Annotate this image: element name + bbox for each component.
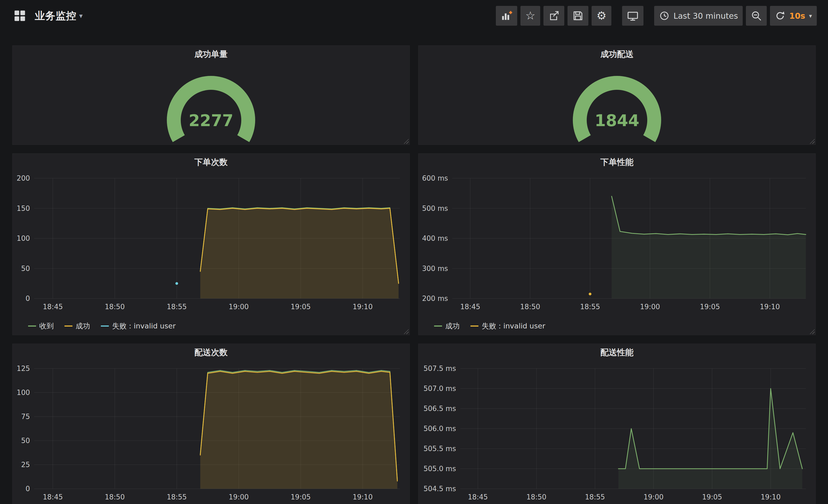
svg-text:507.0 ms: 507.0 ms <box>423 384 456 393</box>
svg-text:505.5 ms: 505.5 ms <box>423 445 456 453</box>
svg-text:18:55: 18:55 <box>585 493 605 501</box>
panel-title[interactable]: 下单性能 <box>419 154 816 171</box>
legend-series-label: 收到 <box>39 321 54 331</box>
legend-series-label: 失败：invalid user <box>112 321 176 331</box>
panel-title[interactable]: 配送性能 <box>419 344 816 361</box>
chevron-down-icon: ▾ <box>809 12 812 19</box>
panel-success-delivery-volume: 成功配送 1844 <box>418 45 816 145</box>
legend-series-label: 失败：invalid user <box>482 321 545 331</box>
legend-series-color <box>434 325 442 327</box>
svg-text:19:00: 19:00 <box>640 303 660 311</box>
grid-icon <box>14 10 26 22</box>
panel-order-count: 下单次数 18:4518:5018:5519:0019:0519:1005010… <box>12 153 410 335</box>
panel-order-performance: 下单性能 18:4518:5018:5519:0019:0519:10200 m… <box>418 153 816 335</box>
grafana-apps-icon[interactable] <box>11 7 28 24</box>
svg-text:19:00: 19:00 <box>229 303 249 311</box>
legend-series-color <box>28 325 36 327</box>
add-panel-button[interactable] <box>496 6 517 26</box>
svg-text:600 ms: 600 ms <box>422 174 448 182</box>
svg-text:0: 0 <box>26 485 30 493</box>
svg-text:2277: 2277 <box>189 111 234 130</box>
svg-text:507.5 ms: 507.5 ms <box>423 365 456 372</box>
legend-series-color <box>470 325 479 327</box>
panel-delivery-count: 配送次数 18:4518:5018:5519:0019:0519:1002550… <box>12 343 410 504</box>
legend-item[interactable]: 失败：invalid user <box>101 321 176 331</box>
cycle-view-mode-button[interactable] <box>622 6 644 26</box>
svg-text:18:45: 18:45 <box>468 493 488 501</box>
save-icon <box>572 10 584 21</box>
dashboard-settings-button[interactable]: ⚙ <box>591 6 611 26</box>
svg-text:19:10: 19:10 <box>760 493 781 501</box>
svg-text:100: 100 <box>16 388 30 397</box>
legend-series-label: 成功 <box>445 321 460 331</box>
share-icon <box>548 10 560 21</box>
zoom-out-time-button[interactable] <box>746 6 767 26</box>
time-series-chart[interactable]: 18:4518:5018:5519:0019:0519:10200 ms300 … <box>421 171 813 319</box>
svg-text:18:45: 18:45 <box>460 303 480 311</box>
chart-legend: 成功失败：invalid user <box>419 319 816 335</box>
chevron-down-icon: ▾ <box>79 12 83 20</box>
svg-text:400 ms: 400 ms <box>422 234 448 242</box>
svg-text:505.0 ms: 505.0 ms <box>423 465 456 473</box>
svg-text:18:50: 18:50 <box>526 493 546 501</box>
top-navbar: 业务监控 ▾ ☆ <box>0 0 828 32</box>
gear-icon: ⚙ <box>596 10 607 21</box>
svg-text:18:50: 18:50 <box>520 303 540 311</box>
svg-text:50: 50 <box>21 265 30 273</box>
svg-text:18:55: 18:55 <box>580 303 600 311</box>
legend-item[interactable]: 收到 <box>28 321 54 331</box>
panel-title[interactable]: 下单次数 <box>12 154 409 171</box>
dashboard-title: 业务监控 <box>35 9 77 23</box>
svg-text:125: 125 <box>16 365 30 372</box>
panel-success-order-volume: 成功单量 2277 <box>12 45 410 145</box>
time-series-chart[interactable]: 18:4518:5018:5519:0019:0519:10504.5 ms50… <box>421 361 813 504</box>
svg-text:100: 100 <box>16 234 30 242</box>
svg-text:18:55: 18:55 <box>167 493 187 501</box>
svg-text:506.5 ms: 506.5 ms <box>423 405 456 413</box>
legend-series-label: 成功 <box>76 321 90 331</box>
gauge-chart: 1844 <box>419 63 816 145</box>
svg-text:200: 200 <box>16 174 30 182</box>
svg-text:19:05: 19:05 <box>291 303 311 311</box>
svg-text:75: 75 <box>21 413 30 421</box>
add-panel-icon <box>501 10 512 21</box>
legend-item[interactable]: 成功 <box>65 321 90 331</box>
refresh-picker[interactable]: 10s ▾ <box>770 6 817 26</box>
time-series-chart[interactable]: 18:4518:5018:5519:0019:0519:100255075100… <box>15 361 407 504</box>
svg-text:18:45: 18:45 <box>43 493 63 501</box>
svg-text:200 ms: 200 ms <box>422 294 448 303</box>
star-dashboard-button[interactable]: ☆ <box>521 6 540 26</box>
svg-text:500 ms: 500 ms <box>422 204 448 213</box>
svg-text:18:50: 18:50 <box>105 303 125 311</box>
svg-text:19:10: 19:10 <box>353 493 373 501</box>
chart-legend: 收到成功失败：invalid user <box>12 319 409 335</box>
svg-text:19:00: 19:00 <box>229 493 249 501</box>
share-dashboard-button[interactable] <box>543 6 564 26</box>
svg-text:300 ms: 300 ms <box>422 265 448 273</box>
panel-delivery-performance: 配送性能 18:4518:5018:5519:0019:0519:10504.5… <box>418 343 816 504</box>
dashboard-title-picker[interactable]: 业务监控 ▾ <box>35 9 83 23</box>
clock-icon <box>659 10 670 21</box>
legend-item[interactable]: 失败：invalid user <box>470 321 545 331</box>
svg-text:150: 150 <box>16 204 30 213</box>
time-range-label: Last 30 minutes <box>673 11 738 20</box>
svg-text:19:10: 19:10 <box>760 303 780 311</box>
svg-text:18:45: 18:45 <box>43 303 63 311</box>
star-icon: ☆ <box>525 10 535 21</box>
svg-text:18:55: 18:55 <box>167 303 187 311</box>
tv-monitor-icon <box>627 10 639 21</box>
svg-text:19:05: 19:05 <box>702 493 722 501</box>
panel-title[interactable]: 成功单量 <box>12 46 409 63</box>
svg-text:19:10: 19:10 <box>353 303 373 311</box>
panel-title[interactable]: 成功配送 <box>419 46 816 63</box>
svg-text:506.0 ms: 506.0 ms <box>423 425 456 433</box>
time-range-picker[interactable]: Last 30 minutes <box>654 6 743 26</box>
svg-text:19:05: 19:05 <box>700 303 720 311</box>
time-series-chart[interactable]: 18:4518:5018:5519:0019:0519:100501001502… <box>15 171 407 319</box>
svg-text:19:05: 19:05 <box>291 493 311 501</box>
svg-text:1844: 1844 <box>595 111 639 130</box>
save-dashboard-button[interactable] <box>568 6 588 26</box>
legend-item[interactable]: 成功 <box>434 321 460 331</box>
gauge-chart: 2277 <box>12 63 409 145</box>
panel-title[interactable]: 配送次数 <box>12 344 409 361</box>
